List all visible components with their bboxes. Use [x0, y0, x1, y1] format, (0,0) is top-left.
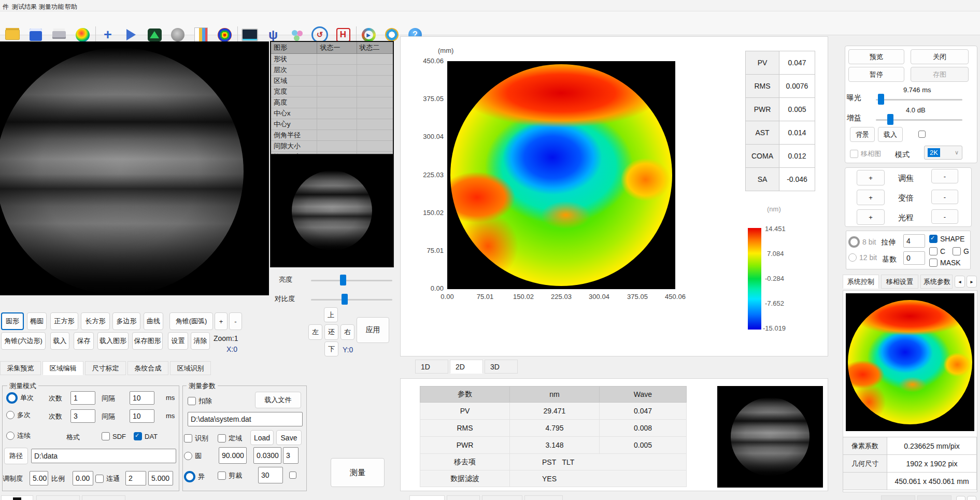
dat-checkbox[interactable] [134, 432, 142, 440]
single-interval-input[interactable]: 10 [130, 391, 154, 405]
fringe-thumbnail[interactable] [270, 154, 394, 267]
zoom-plus-button[interactable]: + [857, 190, 885, 205]
tab-analysis-image[interactable] [1, 495, 33, 500]
g-checkbox[interactable] [953, 247, 961, 255]
system-file-input[interactable]: D:\data\system.dat [188, 412, 303, 426]
connect-checkbox[interactable] [95, 475, 104, 483]
table-row[interactable]: 区域 [271, 76, 393, 87]
pad-right-button[interactable]: 右 [340, 324, 354, 340]
multi-interval-input[interactable]: 10 [130, 409, 154, 423]
tab-capture-preview[interactable]: 采集预览 [0, 361, 41, 375]
preview-button[interactable]: 预览 [848, 49, 904, 64]
phase-map-plot[interactable] [447, 61, 675, 289]
clear-button[interactable]: 清除 [191, 332, 210, 350]
tab-scroll-right-button[interactable]: ▸ [967, 276, 977, 288]
multi-radio[interactable] [6, 411, 15, 419]
circle-v2-input[interactable]: 0.0300 [253, 447, 281, 464]
load-background-button[interactable]: 载入 [878, 127, 903, 142]
zoom-minus-button[interactable]: - [931, 190, 958, 204]
pad-up-button[interactable]: 上 [324, 307, 338, 322]
pad-down-button[interactable]: 下 [324, 341, 338, 356]
stub-button-1[interactable] [956, 496, 965, 500]
mode-dropdown[interactable]: 2K ∨ [924, 146, 962, 160]
close-button[interactable]: 关闭 [911, 49, 969, 64]
load-button[interactable]: 载入 [50, 332, 69, 350]
connect-value2-input[interactable]: 5.000 [148, 471, 173, 485]
background-checkbox[interactable] [918, 131, 926, 138]
crop-value-input[interactable]: 30 [258, 467, 283, 483]
shape-checkbox[interactable] [929, 235, 938, 243]
path-input[interactable]: D:\data [31, 449, 176, 463]
brightness-slider-handle[interactable] [340, 275, 346, 285]
base-input[interactable]: 0 [903, 251, 925, 265]
extra-checkbox[interactable] [289, 472, 296, 479]
subtract-checkbox[interactable] [188, 397, 196, 405]
tab-int-map[interactable]: Int Map [409, 495, 445, 500]
tab-phase-shift-settings[interactable]: 移相设置 [881, 275, 918, 289]
shape-plus-button[interactable]: + [215, 312, 228, 330]
tab-other-results[interactable]: 其他结果 [524, 495, 563, 500]
tab-1d[interactable]: 1D [415, 360, 448, 374]
path-plus-button[interactable]: + [857, 209, 885, 225]
table-row[interactable]: 间隙大小 [271, 141, 393, 152]
sdf-checkbox[interactable] [102, 432, 110, 440]
load-graphics-button[interactable]: 载入图形 [97, 332, 129, 350]
tab-2d[interactable]: 2D [450, 360, 483, 374]
circle-v1-input[interactable]: 90.000 [219, 447, 247, 464]
bit12-radio[interactable] [848, 253, 857, 262]
single-count-input[interactable]: 1 [70, 391, 95, 405]
focus-minus-button[interactable]: - [931, 169, 958, 183]
c-checkbox[interactable] [929, 247, 938, 255]
save-button[interactable]: 保存 [74, 332, 94, 350]
tab-scroll-left-button[interactable]: ◂ [955, 276, 965, 288]
interferogram-image[interactable] [0, 41, 269, 295]
tab-stub-2[interactable] [917, 495, 951, 500]
shape-polygon-button[interactable]: 多边形 [112, 312, 140, 330]
tab-pseudo-color[interactable]: 伪彩图 [447, 495, 480, 500]
shape-minus-button[interactable]: - [229, 312, 242, 330]
load-file-button[interactable]: 载入文件 [255, 392, 301, 408]
table-row[interactable]: 形状 [271, 54, 393, 65]
shape-circle-button[interactable]: 圆形 [1, 312, 24, 330]
region-property-table[interactable]: 图形 状态一 状态二 形状 层次 区域 宽度 高度 中心x 中心y 倒角半径 间… [270, 41, 394, 163]
pad-left-button[interactable]: 左 [308, 324, 322, 340]
table-row[interactable]: 中心y [271, 119, 393, 130]
crop-checkbox[interactable] [218, 472, 226, 480]
tab-size-calibration[interactable]: 尺寸标定 [85, 361, 126, 375]
shape-pyramid-hex-button[interactable]: 角锥(六边形) [1, 332, 46, 350]
shape-curve-button[interactable]: 曲线 [144, 312, 163, 330]
table-row[interactable]: 高度 [271, 97, 393, 108]
table-row[interactable]: 宽度 [271, 87, 393, 97]
path-minus-button[interactable]: - [931, 209, 958, 224]
circle-fit-radio[interactable] [184, 452, 192, 460]
tab-region-recognition[interactable]: 区域识别 [170, 361, 211, 375]
shape-square-button[interactable]: 正方形 [50, 312, 78, 330]
single-radio[interactable] [6, 392, 18, 404]
shape-rect-button[interactable]: 长方形 [81, 312, 110, 330]
contrast-slider-handle[interactable] [342, 294, 348, 305]
table-row[interactable]: 层次 [271, 65, 393, 76]
circle-v3-input[interactable]: 3 [283, 447, 299, 464]
tab-details[interactable]: Details [482, 495, 522, 500]
save-image-button[interactable]: 存图 [911, 67, 969, 82]
tab-system-control[interactable]: 系统控制 [843, 275, 879, 289]
path-button[interactable]: 路径 [4, 448, 28, 464]
connect-value-input[interactable]: 2 [125, 471, 146, 485]
shape-pyramid-arc-button[interactable]: 角锥(圆弧) [169, 312, 213, 330]
tab-region-edit[interactable]: 区域编辑 [42, 361, 83, 375]
settings-button[interactable]: 设置 [168, 332, 188, 350]
stretch-input[interactable]: 4 [903, 234, 925, 248]
recognize-checkbox[interactable] [184, 434, 192, 442]
tab-3d[interactable]: 3D [485, 360, 518, 374]
stub-button-2[interactable] [967, 496, 976, 500]
pause-button[interactable]: 暂停 [848, 67, 904, 82]
save-english-button[interactable]: Save [276, 430, 302, 445]
mask-checkbox[interactable] [929, 259, 938, 267]
apply-button[interactable]: 应用 [357, 317, 389, 343]
result-fringe-thumbnail[interactable] [717, 386, 823, 488]
measure-button[interactable]: 测量 [331, 458, 385, 487]
tab-basic-analysis[interactable]: 基本分析 [82, 495, 125, 500]
brightness-slider[interactable] [311, 280, 392, 281]
bit8-radio[interactable] [848, 236, 860, 248]
gain-slider-handle[interactable] [887, 114, 893, 125]
